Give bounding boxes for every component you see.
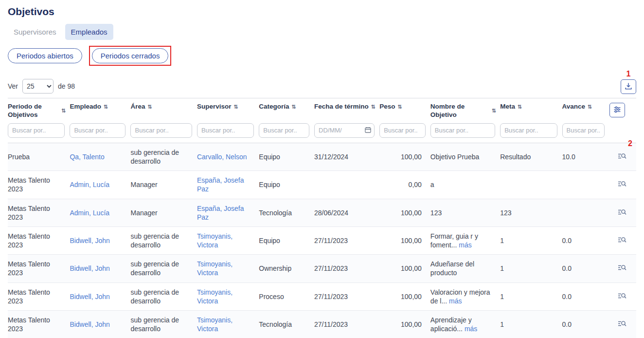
cell-periodo: Prueba (8, 143, 70, 170)
cell-avance (562, 171, 610, 199)
cell-empleado: Bidwell, John (70, 282, 130, 310)
cell-empleado: Qa, Talento (70, 143, 130, 170)
cell-categoria: Equipo (259, 226, 314, 254)
filter-input-nombre[interactable] (430, 123, 495, 138)
col-header-peso: Peso (379, 103, 395, 111)
sort-icon[interactable]: ⇅ (588, 104, 592, 111)
column-settings-button[interactable] (609, 103, 625, 117)
download-button[interactable] (621, 79, 636, 94)
filter-input-fecha[interactable] (319, 127, 363, 134)
supervisor-link[interactable]: España, Josefa Paz (197, 176, 244, 193)
periodos-abiertos-button[interactable]: Periodos abiertos (8, 48, 82, 63)
empleado-link[interactable]: Bidwell, John (70, 264, 110, 272)
cell-avance: 0.0 (562, 282, 610, 310)
supervisor-link[interactable]: Tsimoyanis, Victora (197, 316, 233, 333)
supervisor-link[interactable]: Tsimoyanis, Victora (197, 232, 233, 249)
cell-categoria: Equipo (259, 143, 314, 170)
col-header-nombre: Nombre de Objetivo (430, 103, 489, 119)
cell-fecha: 27/11/2023 (314, 226, 379, 254)
supervisor-link[interactable]: Tsimoyanis, Victora (197, 288, 233, 305)
download-icon (625, 82, 632, 92)
tab-supervisores[interactable]: Supervisores (8, 24, 62, 40)
objectives-page: Objetivos Supervisores Empleados Periodo… (0, 0, 644, 338)
sort-icon[interactable]: ⇅ (104, 104, 108, 111)
sort-icon[interactable]: ⇅ (371, 104, 376, 111)
col-header-fecha: Fecha de término (314, 103, 369, 111)
cell-action (609, 282, 636, 310)
cell-action (609, 255, 636, 282)
period-filter-row: Periodos abiertos Periodos cerrados (8, 46, 636, 66)
cell-avance: 0.0 (562, 311, 610, 338)
row-detail-button[interactable] (617, 151, 627, 162)
sort-icon[interactable]: ⇅ (492, 108, 496, 114)
tab-empleados[interactable]: Empleados (65, 24, 113, 40)
cell-nombre: 123 (430, 199, 500, 226)
mas-link[interactable]: más (449, 297, 462, 305)
sort-icon[interactable]: ⇅ (398, 104, 402, 111)
filter-input-peso[interactable] (379, 123, 426, 138)
cell-action (609, 171, 636, 199)
filter-input-area[interactable] (130, 123, 192, 138)
header-row: Periodo de Objetivos⇅ Empleado⇅ Área⇅ Su… (8, 98, 636, 120)
detail-search-icon (618, 265, 626, 273)
annotation-1: 1 (626, 70, 631, 78)
empleado-link[interactable]: Bidwell, John (70, 293, 110, 300)
cell-nombre: Adueñarse del producto (430, 255, 500, 282)
cell-avance: 10.0 (562, 143, 610, 170)
row-detail-button[interactable] (617, 179, 627, 190)
supervisor-link[interactable]: Carvallo, Nelson (197, 153, 247, 161)
sort-icon[interactable]: ⇅ (518, 104, 522, 111)
calendar-icon[interactable] (365, 127, 371, 134)
row-detail-button[interactable] (617, 263, 627, 274)
cell-area: Manager (130, 171, 197, 199)
cell-supervisor: Tsimoyanis, Victora (197, 226, 259, 254)
empleado-link[interactable]: Bidwell, John (70, 320, 110, 328)
cell-avance: 0.0 (562, 226, 610, 254)
cell-periodo: Metas Talento 2023 (8, 199, 70, 226)
cell-nombre: Formar, guia r y foment... más (430, 226, 500, 254)
sort-icon[interactable]: ⇅ (292, 104, 296, 111)
cell-meta: 1 (500, 311, 562, 338)
sort-icon[interactable]: ⇅ (148, 104, 152, 111)
empleado-link[interactable]: Admin, Lucía (70, 181, 109, 188)
filter-input-periodo[interactable] (8, 123, 65, 138)
filter-date-fecha[interactable] (314, 123, 375, 138)
page-size-select[interactable]: 25 (22, 79, 54, 94)
cell-peso: 100,00 (379, 282, 430, 310)
cell-area: sub gerencia de desarrollo (130, 226, 197, 254)
supervisor-link[interactable]: Tsimoyanis, Victora (197, 260, 233, 277)
row-detail-button[interactable] (617, 319, 627, 330)
row-detail-button[interactable] (617, 207, 627, 218)
sort-icon[interactable]: ⇅ (61, 108, 66, 114)
filter-input-categoria[interactable] (259, 123, 309, 138)
empleado-link[interactable]: Bidwell, John (70, 237, 110, 244)
objective-name-text: a (430, 181, 434, 188)
col-header-supervisor: Supervisor (197, 103, 232, 111)
table-row: Metas Talento 2023 Admin, Lucía Manager … (8, 199, 636, 226)
filter-input-empleado[interactable] (70, 123, 125, 138)
row-detail-button[interactable] (617, 235, 627, 246)
cell-fecha (314, 171, 379, 199)
objective-name-text: Objetivo Prueba (430, 153, 479, 161)
sort-icon[interactable]: ⇅ (233, 104, 238, 111)
periodos-cerrados-button[interactable]: Periodos cerrados (92, 48, 169, 63)
mas-link[interactable]: más (465, 325, 477, 333)
cell-empleado: Bidwell, John (70, 226, 130, 254)
mas-link[interactable]: más (459, 241, 471, 249)
detail-search-icon (618, 182, 626, 189)
filter-input-meta[interactable] (500, 123, 557, 138)
cell-meta: 1 (500, 226, 562, 254)
row-detail-button[interactable] (617, 291, 627, 302)
cell-fecha: 27/11/2023 (314, 255, 379, 282)
cell-peso: 0,00 (379, 171, 430, 199)
empleado-link[interactable]: Qa, Talento (70, 153, 104, 161)
cell-periodo: Metas Talento 2023 (8, 171, 70, 199)
cell-area: sub gerencia de desarrollo (130, 255, 197, 282)
supervisor-link[interactable]: España, Josefa Paz (197, 205, 244, 221)
cell-action: 2 (609, 143, 636, 170)
detail-search-icon (618, 238, 626, 245)
empleado-link[interactable]: Admin, Lucía (70, 209, 109, 217)
filter-input-avance[interactable] (562, 123, 605, 138)
filter-input-supervisor[interactable] (197, 123, 254, 138)
cell-action (609, 311, 636, 338)
